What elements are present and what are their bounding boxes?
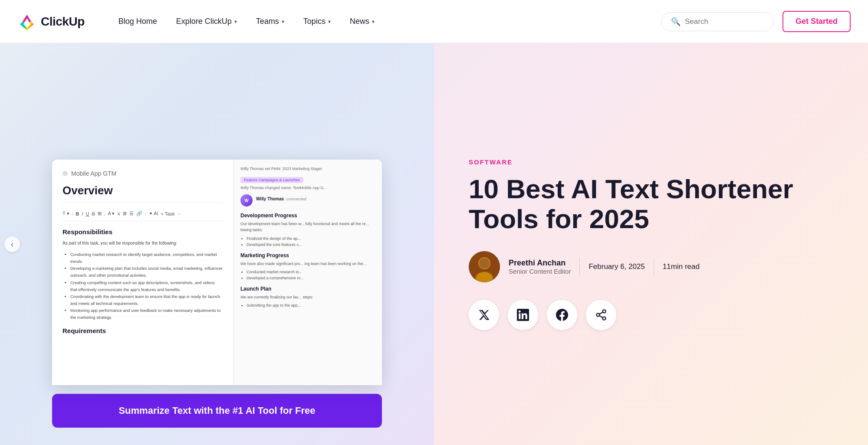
list-item: Developing a marketing plan that include… [70, 265, 223, 279]
facebook-share-button[interactable] [547, 300, 577, 330]
doc-dev-progress-title: Development Progress [240, 213, 375, 219]
share-button[interactable] [586, 300, 616, 330]
doc-marketing-text: We have also made significant pro... ing… [240, 261, 375, 267]
chevron-down-icon: ▾ [372, 19, 375, 25]
doc-dev-progress-list: Finalized the design of the ap... Develo… [240, 236, 375, 248]
list-item: Monitoring app performance and user feed… [70, 307, 223, 321]
search-box[interactable]: 🔍 [661, 12, 774, 31]
twitter-share-button[interactable] [469, 300, 499, 330]
doc-responsibilities-title: Responsibilities [62, 228, 223, 236]
doc-launch-text: We are currently finalizing our lau... s… [240, 294, 375, 300]
doc-list-responsibilities: Conducting market research to identify t… [62, 251, 223, 321]
author-avatar-inner [469, 251, 500, 282]
svg-point-10 [603, 317, 606, 320]
doc-requirements-title: Requirements [62, 327, 223, 334]
share-icon [595, 309, 607, 321]
get-started-button[interactable]: Get Started [783, 11, 851, 32]
nav-teams[interactable]: Teams ▾ [248, 13, 292, 29]
doc-marketing-title: Marketing Progress [240, 252, 375, 258]
doc-marketing-list: Conducted market research to... Develope… [240, 269, 375, 281]
linkedin-share-button[interactable] [508, 300, 538, 330]
activity-text1: Willy Thomas set PMM: 2023 Marketing Sta… [240, 167, 375, 171]
svg-marker-1 [23, 15, 27, 22]
article-title: 10 Best AI Text Shortener Tools for 2025 [469, 174, 833, 233]
list-item: Developed a comprehensive m... [247, 275, 375, 281]
doc-left-panel: Mobile App GTM Overview T ▾ | B I U S ⊞ … [52, 160, 233, 385]
commenter-name: Willy Thomas [256, 196, 284, 201]
doc-right-panel: Willy Thomas set PMM: 2023 Marketing Sta… [233, 160, 382, 385]
author-avatar-svg [469, 251, 500, 282]
comment-area: W Willy Thomas commented [240, 194, 375, 206]
linkedin-icon [517, 309, 529, 321]
author-role: Senior Content Editor [509, 268, 571, 275]
logo[interactable]: ClickUp [17, 12, 85, 31]
comment-label: commented [286, 197, 306, 201]
cta-wrapper: Summarize Text with the #1 AI Tool for F… [52, 385, 382, 445]
svg-marker-3 [20, 22, 34, 30]
main-nav: Blog Home Explore ClickUp ▾ Teams ▾ Topi… [111, 13, 661, 29]
svg-point-8 [603, 310, 606, 313]
svg-point-7 [479, 258, 490, 268]
svg-line-11 [599, 315, 603, 317]
list-item: Coordinating with the development team t… [70, 293, 223, 307]
search-icon: 🔍 [671, 17, 681, 26]
doc-para-responsibilities: As part of this task, you will be respon… [62, 240, 223, 247]
clickup-logo-icon [17, 12, 36, 31]
hero-section: ‹ Mobile App GTM Overview T ▾ | B I U S … [0, 43, 868, 445]
publish-date: February 6, 2025 [589, 262, 644, 271]
nav-news[interactable]: News ▾ [342, 13, 382, 29]
nav-explore[interactable]: Explore ClickUp ▾ [168, 13, 245, 29]
doc-title: Mobile App GTM [71, 170, 116, 177]
doc-launch-list: Submitting the app to the app... [240, 302, 375, 308]
chevron-down-icon: ▾ [328, 19, 331, 25]
hero-left: ‹ Mobile App GTM Overview T ▾ | B I U S … [0, 43, 434, 445]
search-input[interactable] [685, 17, 764, 26]
list-item: Conducted market research to... [247, 269, 375, 275]
chevron-down-icon: ▾ [234, 19, 237, 25]
read-time: 11min read [663, 262, 700, 271]
doc-title-bar: Mobile App GTM [62, 170, 223, 177]
svg-line-12 [599, 312, 603, 314]
doc-toolbar: T ▾ | B I U S ⊞ | A ▾ ≡ ≣ ☰ 🔗 | ✦ AI + T… [62, 211, 223, 221]
list-item: Conducting market research to identify t… [70, 251, 223, 265]
author-avatar [469, 251, 500, 282]
doc-launch-title: Launch Plan [240, 286, 375, 292]
author-row: Preethi Anchan Senior Content Editor Feb… [469, 251, 833, 282]
list-item: Submitting the app to the app... [247, 302, 375, 308]
chevron-down-icon: ▾ [282, 19, 284, 25]
doc-heading: Overview [62, 184, 223, 203]
svg-point-9 [597, 313, 600, 316]
meta-separator [579, 258, 580, 275]
twitter-icon [478, 309, 490, 321]
header-right: 🔍 Get Started [661, 11, 851, 32]
comment-info: Willy Thomas commented [256, 194, 306, 202]
header: ClickUp Blog Home Explore ClickUp ▾ Team… [0, 0, 868, 43]
meta-separator-2 [654, 258, 654, 275]
doc-dev-progress-text: Our development team has been w... fully… [240, 221, 375, 233]
social-row [469, 300, 833, 330]
cta-button[interactable]: Summarize Text with the #1 AI Tool for F… [52, 394, 382, 428]
doc-mock: Mobile App GTM Overview T ▾ | B I U S ⊞ … [52, 160, 382, 385]
activity-badge: Feature Campaigns & Launches [240, 177, 303, 183]
doc-circle [62, 171, 68, 176]
hero-right: SOFTWARE 10 Best AI Text Shortener Tools… [434, 43, 868, 445]
list-item: Creating compelling content such as app … [70, 279, 223, 293]
logo-text: ClickUp [41, 15, 85, 29]
commenter-avatar: W [240, 194, 253, 206]
category-label: SOFTWARE [469, 158, 833, 166]
activity-text2: Willy Thomas changed name: TestMobile Ap… [240, 186, 375, 190]
scroll-left-arrow[interactable]: ‹ [4, 236, 20, 252]
author-info: Preethi Anchan Senior Content Editor [509, 258, 571, 275]
list-item: Developed the core features c... [247, 242, 375, 248]
nav-topics[interactable]: Topics ▾ [296, 13, 339, 29]
nav-blog-home[interactable]: Blog Home [111, 13, 165, 29]
list-item: Finalized the design of the ap... [247, 236, 375, 242]
author-name: Preethi Anchan [509, 258, 571, 268]
facebook-icon [556, 309, 568, 321]
